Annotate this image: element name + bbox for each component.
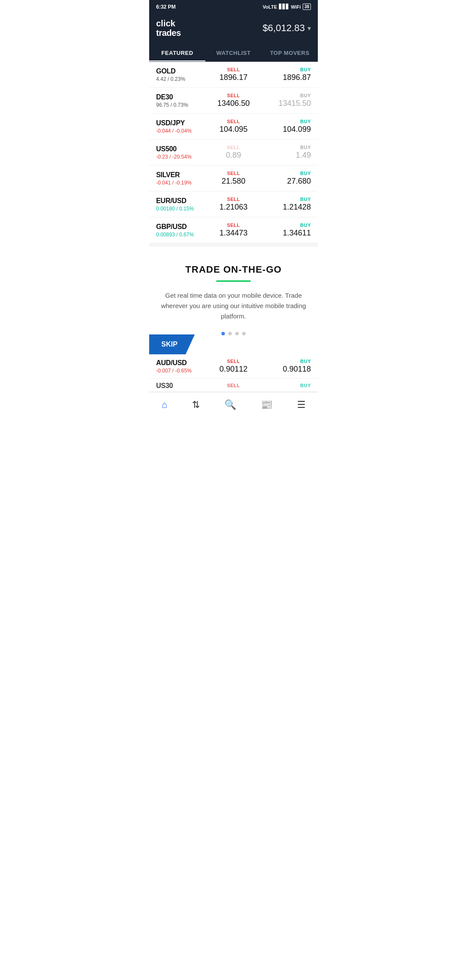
instrument-row[interactable]: USD/JPY -0.044 / -0.04% SELL 104.095 BUY… [149,114,318,140]
instrument-row[interactable]: GOLD 4.42 / 0.23% SELL 1896.17 BUY 1896.… [149,62,318,88]
battery-icon: 38 [303,3,311,10]
buy-price: 1896.87 [259,73,311,82]
logo: click trades [156,19,181,38]
account-balance[interactable]: $6,012.83 ▾ [262,22,311,34]
buy-col: BUY 13415.50 [259,93,311,108]
instrument-row[interactable]: US500 -0.23 / -20.54% SELL 0.89 BUY 1.49 [149,140,318,165]
instrument-change: -0.041 / -0.19% [156,180,208,186]
search-icon: 🔍 [224,399,236,410]
signal-icon: ▋▋▋ [279,4,289,10]
buy-label: BUY [259,93,311,98]
instrument-change: 96.75 / 0.73% [156,102,208,108]
sell-label: SELL [208,119,259,124]
header: click trades $6,012.83 ▾ [149,13,318,45]
sell-label: SELL [208,197,259,202]
sell-price: 1.34473 [208,229,259,238]
home-icon: ⌂ [161,399,167,410]
instrument-change: 4.42 / 0.23% [156,76,208,82]
instrument-change: 0.00180 / 0.15% [156,206,208,212]
tabs: FEATURED WATCHLIST TOP MOVERS [149,45,318,62]
buy-label: BUY [259,171,311,176]
nav-search[interactable]: 🔍 [218,398,243,412]
buy-price: 1.34611 [259,229,311,238]
buy-label: BUY [259,223,311,228]
sell-price: 1896.17 [208,73,259,82]
instrument-row[interactable]: DE30 96.75 / 0.73% SELL 13406.50 BUY 134… [149,88,318,114]
instrument-name-col: SILVER -0.041 / -0.19% [156,171,208,186]
instrument-name-col: GOLD 4.42 / 0.23% [156,67,208,82]
us30-partial-row[interactable]: US30 SELL BUY [149,379,318,392]
buy-price: 104.099 [259,125,311,134]
sell-price: 0.89 [208,151,259,160]
nav-news[interactable]: 📰 [254,398,279,412]
instrument-name-col: US500 -0.23 / -20.54% [156,145,208,160]
promo-section: TRADE ON-THE-GO Get real time data on yo… [149,243,318,354]
partial-buy-price: 0.90118 [259,365,311,374]
tab-featured[interactable]: FEATURED [149,45,205,61]
partial-buy-label: BUY [259,359,311,364]
buy-price: 1.21428 [259,203,311,212]
status-bar: 6:32 PM VoLTE ▋▋▋ WiFi 38 [149,0,318,13]
sell-price: 104.095 [208,125,259,134]
instrument-name: SILVER [156,171,208,179]
instrument-name-col: USD/JPY -0.044 / -0.04% [156,119,208,134]
instrument-name: DE30 [156,93,208,101]
carousel-dot[interactable] [242,332,246,335]
buy-price: 1.49 [259,151,311,160]
instruments-list: GOLD 4.42 / 0.23% SELL 1896.17 BUY 1896.… [149,62,318,243]
volte-icon: VoLTE [263,4,277,10]
sell-col: SELL 104.095 [208,119,259,134]
buy-col: BUY 104.099 [259,119,311,134]
sell-price: 21.580 [208,177,259,186]
tab-watchlist[interactable]: WATCHLIST [205,45,262,61]
instrument-name-col: GBP/USD 0.00893 / 0.67% [156,223,208,238]
buy-col: BUY 27.680 [259,171,311,186]
us30-name: US30 [156,382,208,390]
partial-instrument-name: AUD/USD [156,359,208,367]
instrument-change: 0.00893 / 0.67% [156,232,208,238]
status-time: 6:32 PM [156,4,176,10]
promo-underline [216,280,251,282]
partial-sell-price: 0.90112 [208,365,259,374]
partial-instrument-row[interactable]: AUD/USD -0.007 / -0.65% SELL 0.90112 BUY… [149,354,318,379]
nav-home[interactable]: ⌂ [154,398,174,412]
sell-col: SELL 1896.17 [208,67,259,82]
sell-label: SELL [208,67,259,72]
carousel-dot[interactable] [221,332,225,335]
buy-col: BUY 1.49 [259,145,311,160]
sell-label: SELL [208,223,259,228]
sell-label: SELL [208,93,259,98]
buy-label: BUY [259,197,311,202]
carousel-dot[interactable] [235,332,239,335]
promo-title: TRADE ON-THE-GO [160,264,307,275]
carousel-dot[interactable] [228,332,232,335]
buy-col: BUY 1896.87 [259,67,311,82]
buy-col: BUY 1.21428 [259,197,311,212]
nav-menu[interactable]: ☰ [290,398,313,412]
chevron-down-icon: ▾ [307,24,311,32]
instrument-name: GBP/USD [156,223,208,231]
sell-col: SELL 21.580 [208,171,259,186]
instrument-name: GOLD [156,67,208,75]
buy-label: BUY [259,119,311,124]
instrument-row[interactable]: EUR/USD 0.00180 / 0.15% SELL 1.21063 BUY… [149,191,318,217]
bottom-nav: ⌂ ⇅ 🔍 📰 ☰ [149,392,318,417]
news-icon: 📰 [261,399,272,410]
instrument-row[interactable]: GBP/USD 0.00893 / 0.67% SELL 1.34473 BUY… [149,217,318,243]
sell-label: SELL [208,171,259,176]
status-icons: VoLTE ▋▋▋ WiFi 38 [263,3,311,10]
sell-label: SELL [208,145,259,150]
instrument-row[interactable]: SILVER -0.041 / -0.19% SELL 21.580 BUY 2… [149,165,318,191]
instrument-name: USD/JPY [156,119,208,127]
buy-label: BUY [259,145,311,150]
sell-col: SELL 1.21063 [208,197,259,212]
arrows-icon: ⇅ [192,399,200,410]
buy-price: 13415.50 [259,99,311,108]
tab-topmovers[interactable]: TOP MOVERS [262,45,318,61]
sell-col: SELL 0.89 [208,145,259,160]
nav-arrows[interactable]: ⇅ [185,398,207,412]
partial-sell-label: SELL [208,359,259,364]
wifi-icon: WiFi [291,4,301,10]
sell-col: SELL 1.34473 [208,223,259,238]
promo-text: Get real time data on your mobile device… [160,290,307,321]
